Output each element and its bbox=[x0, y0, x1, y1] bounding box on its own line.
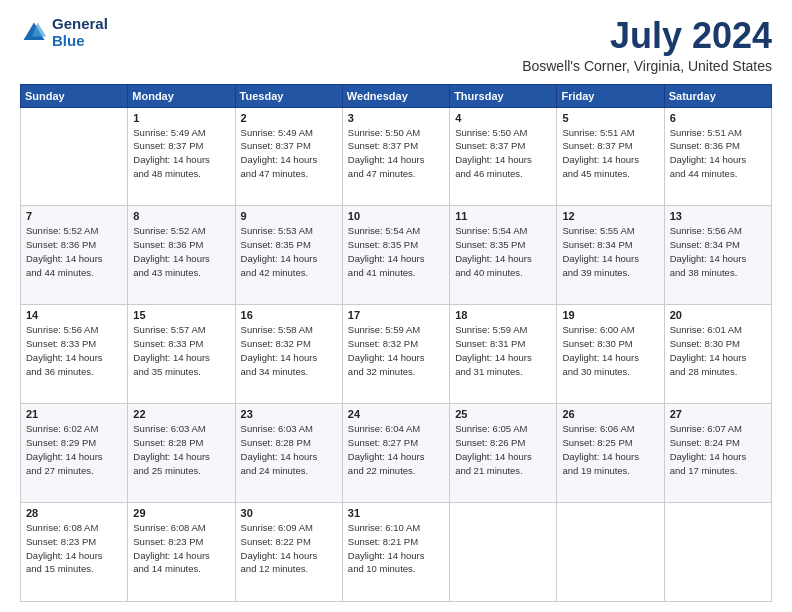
day-number: 11 bbox=[455, 210, 551, 222]
calendar-cell: 10Sunrise: 5:54 AM Sunset: 8:35 PM Dayli… bbox=[342, 206, 449, 305]
day-header-tuesday: Tuesday bbox=[235, 84, 342, 107]
calendar-cell bbox=[557, 503, 664, 602]
day-number: 29 bbox=[133, 507, 229, 519]
day-info: Sunrise: 5:50 AM Sunset: 8:37 PM Dayligh… bbox=[348, 126, 444, 181]
calendar-cell bbox=[21, 107, 128, 206]
day-info: Sunrise: 5:49 AM Sunset: 8:37 PM Dayligh… bbox=[241, 126, 337, 181]
day-number: 27 bbox=[670, 408, 766, 420]
day-info: Sunrise: 6:07 AM Sunset: 8:24 PM Dayligh… bbox=[670, 422, 766, 477]
day-number: 3 bbox=[348, 112, 444, 124]
logo-general: General bbox=[52, 16, 108, 33]
calendar-cell: 31Sunrise: 6:10 AM Sunset: 8:21 PM Dayli… bbox=[342, 503, 449, 602]
day-number: 30 bbox=[241, 507, 337, 519]
calendar-cell: 13Sunrise: 5:56 AM Sunset: 8:34 PM Dayli… bbox=[664, 206, 771, 305]
calendar-cell: 23Sunrise: 6:03 AM Sunset: 8:28 PM Dayli… bbox=[235, 404, 342, 503]
calendar-cell: 17Sunrise: 5:59 AM Sunset: 8:32 PM Dayli… bbox=[342, 305, 449, 404]
day-number: 21 bbox=[26, 408, 122, 420]
day-number: 5 bbox=[562, 112, 658, 124]
day-header-sunday: Sunday bbox=[21, 84, 128, 107]
day-info: Sunrise: 5:51 AM Sunset: 8:36 PM Dayligh… bbox=[670, 126, 766, 181]
day-number: 19 bbox=[562, 309, 658, 321]
day-info: Sunrise: 6:05 AM Sunset: 8:26 PM Dayligh… bbox=[455, 422, 551, 477]
day-number: 28 bbox=[26, 507, 122, 519]
day-info: Sunrise: 5:56 AM Sunset: 8:34 PM Dayligh… bbox=[670, 224, 766, 279]
calendar-cell: 8Sunrise: 5:52 AM Sunset: 8:36 PM Daylig… bbox=[128, 206, 235, 305]
day-info: Sunrise: 5:56 AM Sunset: 8:33 PM Dayligh… bbox=[26, 323, 122, 378]
day-info: Sunrise: 6:09 AM Sunset: 8:22 PM Dayligh… bbox=[241, 521, 337, 576]
day-number: 10 bbox=[348, 210, 444, 222]
day-info: Sunrise: 6:10 AM Sunset: 8:21 PM Dayligh… bbox=[348, 521, 444, 576]
day-info: Sunrise: 6:04 AM Sunset: 8:27 PM Dayligh… bbox=[348, 422, 444, 477]
day-number: 26 bbox=[562, 408, 658, 420]
calendar-cell: 6Sunrise: 5:51 AM Sunset: 8:36 PM Daylig… bbox=[664, 107, 771, 206]
day-number: 24 bbox=[348, 408, 444, 420]
calendar-table: SundayMondayTuesdayWednesdayThursdayFrid… bbox=[20, 84, 772, 602]
day-info: Sunrise: 5:53 AM Sunset: 8:35 PM Dayligh… bbox=[241, 224, 337, 279]
day-info: Sunrise: 6:03 AM Sunset: 8:28 PM Dayligh… bbox=[241, 422, 337, 477]
day-info: Sunrise: 6:01 AM Sunset: 8:30 PM Dayligh… bbox=[670, 323, 766, 378]
day-number: 1 bbox=[133, 112, 229, 124]
day-info: Sunrise: 6:06 AM Sunset: 8:25 PM Dayligh… bbox=[562, 422, 658, 477]
calendar-week-4: 21Sunrise: 6:02 AM Sunset: 8:29 PM Dayli… bbox=[21, 404, 772, 503]
calendar-week-1: 1Sunrise: 5:49 AM Sunset: 8:37 PM Daylig… bbox=[21, 107, 772, 206]
calendar-cell bbox=[450, 503, 557, 602]
day-info: Sunrise: 5:52 AM Sunset: 8:36 PM Dayligh… bbox=[133, 224, 229, 279]
day-number: 17 bbox=[348, 309, 444, 321]
calendar-cell: 19Sunrise: 6:00 AM Sunset: 8:30 PM Dayli… bbox=[557, 305, 664, 404]
day-number: 4 bbox=[455, 112, 551, 124]
calendar-cell: 18Sunrise: 5:59 AM Sunset: 8:31 PM Dayli… bbox=[450, 305, 557, 404]
day-info: Sunrise: 5:50 AM Sunset: 8:37 PM Dayligh… bbox=[455, 126, 551, 181]
day-number: 31 bbox=[348, 507, 444, 519]
day-info: Sunrise: 5:49 AM Sunset: 8:37 PM Dayligh… bbox=[133, 126, 229, 181]
calendar-week-5: 28Sunrise: 6:08 AM Sunset: 8:23 PM Dayli… bbox=[21, 503, 772, 602]
calendar-cell: 20Sunrise: 6:01 AM Sunset: 8:30 PM Dayli… bbox=[664, 305, 771, 404]
day-number: 23 bbox=[241, 408, 337, 420]
day-number: 9 bbox=[241, 210, 337, 222]
calendar-cell: 12Sunrise: 5:55 AM Sunset: 8:34 PM Dayli… bbox=[557, 206, 664, 305]
day-info: Sunrise: 6:00 AM Sunset: 8:30 PM Dayligh… bbox=[562, 323, 658, 378]
day-info: Sunrise: 6:08 AM Sunset: 8:23 PM Dayligh… bbox=[133, 521, 229, 576]
day-info: Sunrise: 5:54 AM Sunset: 8:35 PM Dayligh… bbox=[455, 224, 551, 279]
day-info: Sunrise: 5:58 AM Sunset: 8:32 PM Dayligh… bbox=[241, 323, 337, 378]
day-header-friday: Friday bbox=[557, 84, 664, 107]
day-number: 12 bbox=[562, 210, 658, 222]
logo: General Blue bbox=[20, 16, 108, 49]
day-number: 8 bbox=[133, 210, 229, 222]
calendar-cell: 25Sunrise: 6:05 AM Sunset: 8:26 PM Dayli… bbox=[450, 404, 557, 503]
day-number: 25 bbox=[455, 408, 551, 420]
calendar-cell: 3Sunrise: 5:50 AM Sunset: 8:37 PM Daylig… bbox=[342, 107, 449, 206]
day-number: 14 bbox=[26, 309, 122, 321]
calendar-cell: 9Sunrise: 5:53 AM Sunset: 8:35 PM Daylig… bbox=[235, 206, 342, 305]
day-number: 20 bbox=[670, 309, 766, 321]
day-info: Sunrise: 6:08 AM Sunset: 8:23 PM Dayligh… bbox=[26, 521, 122, 576]
calendar-cell: 26Sunrise: 6:06 AM Sunset: 8:25 PM Dayli… bbox=[557, 404, 664, 503]
day-info: Sunrise: 6:02 AM Sunset: 8:29 PM Dayligh… bbox=[26, 422, 122, 477]
day-header-monday: Monday bbox=[128, 84, 235, 107]
day-number: 6 bbox=[670, 112, 766, 124]
calendar-cell: 7Sunrise: 5:52 AM Sunset: 8:36 PM Daylig… bbox=[21, 206, 128, 305]
title-area: July 2024 Boswell's Corner, Virginia, Un… bbox=[522, 16, 772, 74]
calendar-cell: 14Sunrise: 5:56 AM Sunset: 8:33 PM Dayli… bbox=[21, 305, 128, 404]
day-number: 7 bbox=[26, 210, 122, 222]
calendar-cell: 24Sunrise: 6:04 AM Sunset: 8:27 PM Dayli… bbox=[342, 404, 449, 503]
day-number: 18 bbox=[455, 309, 551, 321]
calendar-cell: 5Sunrise: 5:51 AM Sunset: 8:37 PM Daylig… bbox=[557, 107, 664, 206]
day-info: Sunrise: 5:57 AM Sunset: 8:33 PM Dayligh… bbox=[133, 323, 229, 378]
calendar-cell: 15Sunrise: 5:57 AM Sunset: 8:33 PM Dayli… bbox=[128, 305, 235, 404]
calendar-cell bbox=[664, 503, 771, 602]
day-number: 2 bbox=[241, 112, 337, 124]
calendar-cell: 29Sunrise: 6:08 AM Sunset: 8:23 PM Dayli… bbox=[128, 503, 235, 602]
calendar-cell: 16Sunrise: 5:58 AM Sunset: 8:32 PM Dayli… bbox=[235, 305, 342, 404]
day-number: 22 bbox=[133, 408, 229, 420]
day-info: Sunrise: 5:51 AM Sunset: 8:37 PM Dayligh… bbox=[562, 126, 658, 181]
page-header: General Blue July 2024 Boswell's Corner,… bbox=[20, 16, 772, 74]
day-info: Sunrise: 5:55 AM Sunset: 8:34 PM Dayligh… bbox=[562, 224, 658, 279]
calendar-cell: 1Sunrise: 5:49 AM Sunset: 8:37 PM Daylig… bbox=[128, 107, 235, 206]
calendar-cell: 2Sunrise: 5:49 AM Sunset: 8:37 PM Daylig… bbox=[235, 107, 342, 206]
day-info: Sunrise: 5:59 AM Sunset: 8:32 PM Dayligh… bbox=[348, 323, 444, 378]
calendar-week-3: 14Sunrise: 5:56 AM Sunset: 8:33 PM Dayli… bbox=[21, 305, 772, 404]
month-title: July 2024 bbox=[522, 16, 772, 56]
calendar-week-2: 7Sunrise: 5:52 AM Sunset: 8:36 PM Daylig… bbox=[21, 206, 772, 305]
day-number: 16 bbox=[241, 309, 337, 321]
day-header-wednesday: Wednesday bbox=[342, 84, 449, 107]
